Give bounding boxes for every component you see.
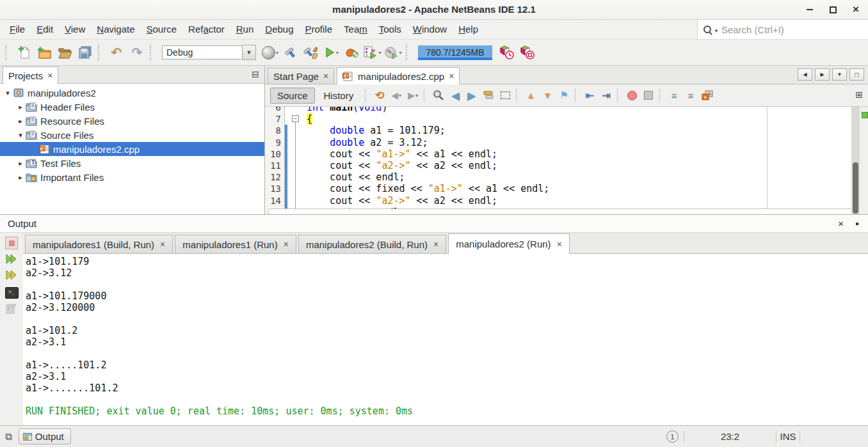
output-tab-manipuladores1-run-[interactable]: manipuladores1 (Run)× xyxy=(175,235,296,253)
toggle-bookmark-icon[interactable]: ⚑ xyxy=(556,88,572,103)
close-icon[interactable]: × xyxy=(160,240,165,248)
code-line-9[interactable]: double a2 = 3.12; xyxy=(265,137,868,148)
menu-debug[interactable]: Debug xyxy=(259,20,299,39)
tree-expander-icon[interactable]: ▸ xyxy=(15,159,26,168)
globe-button[interactable]: ▾ xyxy=(260,42,280,63)
tree-item-manipuladores2[interactable]: ▾manipuladores2 xyxy=(0,86,264,100)
tree-expander-icon[interactable]: ▸ xyxy=(15,117,26,125)
code-line-10[interactable]: cout << "a1->" << a1 << endl; xyxy=(265,148,868,160)
tree-item-header-files[interactable]: ▸Header Files xyxy=(0,100,264,114)
code-line-14[interactable]: cout << "a2->" << a2 << endl; xyxy=(265,195,868,207)
output-tab-manipuladores2-build-run-[interactable]: manipuladores2 (Build, Run)× xyxy=(298,235,446,253)
stop-process-icon[interactable] xyxy=(4,236,19,250)
profiler-clock-button[interactable] xyxy=(496,42,517,63)
error-stripe[interactable] xyxy=(859,107,868,214)
menu-navigate[interactable]: Navigate xyxy=(91,20,140,39)
output-window-button[interactable]: Output xyxy=(19,428,71,444)
memory-usage-bar[interactable]: 780.7/1245MB xyxy=(418,45,492,60)
tree-item-important-files[interactable]: ▸Important Files xyxy=(0,170,264,184)
horizontal-scrollbar[interactable] xyxy=(268,208,857,214)
menu-source[interactable]: Source xyxy=(141,20,183,39)
menu-profile[interactable]: Profile xyxy=(300,20,339,39)
line-number-gutter[interactable]: 6789101112131415 xyxy=(265,107,285,214)
close-icon[interactable]: × xyxy=(47,72,52,79)
notifications-icon[interactable]: 1 xyxy=(666,430,679,443)
editor-tab-start-page[interactable]: Start Page× xyxy=(268,68,334,84)
menu-window[interactable]: Window xyxy=(407,20,453,39)
split-document-icon[interactable]: ⊞ xyxy=(855,90,863,100)
scroll-tabs-right-icon[interactable]: ▶ xyxy=(815,68,830,81)
code-line-7[interactable]: { xyxy=(265,113,868,125)
code-editor[interactable]: int main(void){ double a1 = 101.179; dou… xyxy=(265,107,868,214)
open-terminal-icon[interactable]: >_ xyxy=(4,286,19,300)
previous-bookmark-icon[interactable]: ▲ xyxy=(522,88,539,103)
close-icon[interactable]: × xyxy=(433,240,438,248)
tree-expander-icon[interactable]: ▸ xyxy=(15,103,26,111)
minimize-icon[interactable] xyxy=(805,5,814,14)
output-settings-disabled-icon[interactable] xyxy=(4,302,19,316)
caret-position[interactable]: 23:2 xyxy=(684,431,776,442)
next-bookmark-icon[interactable]: ▼ xyxy=(539,88,556,103)
maximize-editor-icon[interactable]: □ xyxy=(849,68,864,81)
rerun-with-options-icon[interactable] xyxy=(4,268,19,282)
menu-refactor[interactable]: Refactor xyxy=(182,20,230,39)
output-tab-manipuladores2-run-[interactable]: manipuladores2 (Run)× xyxy=(448,233,570,254)
tree-expander-icon[interactable]: ▸ xyxy=(15,173,26,182)
code-line-13[interactable]: cout << fixed << "a1->" << a1 << endl; xyxy=(265,183,868,194)
undo-button[interactable]: ↶ xyxy=(106,42,127,63)
insert-mode-indicator[interactable]: INS xyxy=(776,431,800,442)
close-icon[interactable]: × xyxy=(851,5,860,14)
tree-item-manipuladores2-cpp[interactable]: C⁺manipuladores2.cpp xyxy=(0,142,264,156)
save-all-button[interactable] xyxy=(75,42,95,63)
new-file-button[interactable] xyxy=(13,42,34,63)
menu-edit[interactable]: Edit xyxy=(31,20,59,39)
open-project-button[interactable] xyxy=(54,42,75,63)
editor-tab-manipuladores2-cpp[interactable]: C⁺manipuladores2.cpp× xyxy=(337,67,460,84)
toggle-comment-icon[interactable]: ≡ xyxy=(666,88,682,103)
find-previous-icon[interactable]: ◀ xyxy=(447,88,463,103)
scroll-tabs-left-icon[interactable]: ◀ xyxy=(798,68,812,81)
clean-build-button[interactable] xyxy=(301,42,321,63)
rectangular-selection-icon[interactable] xyxy=(497,88,513,103)
shift-line-left-icon[interactable]: ⇤ xyxy=(581,88,598,103)
find-selection-icon[interactable] xyxy=(430,88,447,103)
build-button[interactable] xyxy=(280,42,301,63)
uncomment-icon[interactable]: ≡ xyxy=(682,88,699,103)
menu-file[interactable]: File xyxy=(4,20,31,39)
view-source-button[interactable]: Source xyxy=(270,88,315,104)
new-project-button[interactable] xyxy=(34,42,54,63)
float-window-icon[interactable]: ● xyxy=(855,220,859,227)
tree-item-resource-files[interactable]: ▸Resource Files xyxy=(0,114,264,128)
minimize-panel-icon[interactable]: ⊟ xyxy=(252,69,259,79)
search-input[interactable] xyxy=(720,24,868,36)
record-macro-icon[interactable] xyxy=(623,88,640,103)
menu-run[interactable]: Run xyxy=(230,20,260,39)
view-history-button[interactable]: History xyxy=(317,88,360,103)
toggle-highlight-icon[interactable] xyxy=(480,88,497,103)
code-fold-collapse-icon[interactable]: − xyxy=(292,115,299,122)
debug-button[interactable] xyxy=(342,42,362,63)
close-icon[interactable]: × xyxy=(323,72,328,80)
tree-item-source-files[interactable]: ▾Source Files xyxy=(0,128,264,142)
redo-button[interactable]: ↷ xyxy=(127,42,147,63)
tab-list-dropdown-icon[interactable]: ▼ xyxy=(832,68,847,81)
chevron-down-icon[interactable]: ▼ xyxy=(243,45,256,60)
configuration-select[interactable]: Debug ▼ xyxy=(162,45,256,60)
tree-expander-icon[interactable]: ▾ xyxy=(3,89,13,97)
run-button[interactable]: ▾ xyxy=(321,42,342,63)
shift-line-right-icon[interactable]: ⇥ xyxy=(598,88,615,103)
output-tab-manipuladores1-build-run-[interactable]: manipuladores1 (Build, Run)× xyxy=(25,235,173,253)
tree-expander-icon[interactable]: ▾ xyxy=(15,131,26,139)
go-to-header-icon[interactable]: hc xyxy=(699,88,716,103)
chevron-down-icon[interactable]: ▼ xyxy=(714,28,719,34)
jump-forward-icon[interactable]: ▶▾ xyxy=(405,88,421,103)
close-output-icon[interactable]: × xyxy=(838,218,844,229)
maximize-icon[interactable] xyxy=(828,5,837,14)
close-icon[interactable]: × xyxy=(449,72,454,80)
menu-view[interactable]: View xyxy=(59,20,91,39)
last-edit-location-icon[interactable]: ⟲ xyxy=(371,88,388,103)
menu-help[interactable]: Help xyxy=(453,20,484,39)
code-line-12[interactable]: cout << endl; xyxy=(265,171,868,183)
profile-button[interactable]: 3▾ xyxy=(362,42,383,63)
find-next-icon[interactable]: ▶ xyxy=(463,88,480,103)
